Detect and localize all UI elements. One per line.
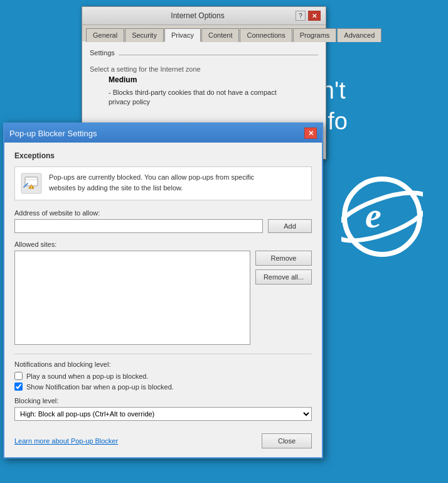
exceptions-info-text: Pop-ups are currently blocked. You can a… <box>49 172 254 195</box>
popup-title-bar: Pop-up Blocker Settings ✕ <box>4 124 322 143</box>
remove-button[interactable]: Remove <box>255 251 312 266</box>
blocking-level-label: Blocking level: <box>14 397 312 404</box>
play-sound-checkbox[interactable] <box>14 372 23 380</box>
address-label: Address of website to allow: <box>14 209 312 217</box>
ie-logo: e <box>341 176 423 258</box>
popup-dialog-content: Exceptions Pop-ups are currently blocked… <box>4 143 322 457</box>
svg-point-0 <box>344 179 420 254</box>
settings-section: Settings <box>90 49 318 60</box>
remove-all-button[interactable]: Remove all... <box>255 269 312 285</box>
blocking-level-section: Blocking level: High: Block all pop-ups … <box>14 397 312 421</box>
allowed-sites-row: Remove Remove all... <box>14 251 312 345</box>
zone-text: Select a setting for the Internet zone <box>90 65 318 73</box>
settings-label: Settings <box>90 49 115 57</box>
ie-title-bar: Internet Options ? ✕ <box>82 7 326 25</box>
add-button[interactable]: Add <box>268 219 312 233</box>
popup-blocker-dialog: Pop-up Blocker Settings ✕ Exceptions <box>3 122 323 459</box>
privacy-desc1: - Blocks third-party cookies that do not… <box>90 88 318 97</box>
address-row: Add <box>14 219 312 233</box>
exceptions-title: Exceptions <box>14 151 312 160</box>
learn-more-link[interactable]: Learn more about Pop-up Blocker <box>14 437 118 445</box>
allowed-sites-listbox[interactable] <box>14 251 250 345</box>
svg-rect-7 <box>31 186 32 188</box>
popup-close-button[interactable]: ✕ <box>304 128 317 139</box>
play-sound-label: Play a sound when a pop-up is blocked. <box>26 372 148 380</box>
show-notification-label: Show Notification bar when a pop-up is b… <box>26 383 174 391</box>
popup-footer: Learn more about Pop-up Blocker Close <box>14 428 312 448</box>
tab-privacy[interactable]: Privacy <box>164 28 201 42</box>
ie-tabs: General Security Privacy Content Connect… <box>82 25 326 41</box>
sites-buttons: Remove Remove all... <box>255 251 312 345</box>
checkbox-row-1: Play a sound when a pop-up is blocked. <box>14 372 312 380</box>
blocking-level-select[interactable]: High: Block all pop-ups (Ctrl+Alt to ove… <box>14 407 312 421</box>
svg-rect-8 <box>31 188 32 188</box>
exceptions-info-box: Pop-ups are currently blocked. You can a… <box>14 166 312 200</box>
tab-programs[interactable]: Programs <box>293 28 337 42</box>
ie-dialog-title: Internet Options <box>100 11 296 20</box>
address-input[interactable] <box>14 219 263 233</box>
privacy-desc2: privacy policy <box>90 97 318 107</box>
show-notification-checkbox[interactable] <box>14 383 23 391</box>
tab-connections[interactable]: Connections <box>240 28 292 42</box>
ie-title-buttons: ? ✕ <box>296 11 321 21</box>
tab-general[interactable]: General <box>86 28 124 42</box>
allowed-sites-label: Allowed sites: <box>14 241 312 248</box>
tab-content[interactable]: Content <box>201 28 240 42</box>
checkbox-row-2: Show Notification bar when a pop-up is b… <box>14 383 312 391</box>
ie-help-button[interactable]: ? <box>296 11 306 21</box>
ie-close-button[interactable]: ✕ <box>308 11 321 21</box>
tab-security[interactable]: Security <box>125 28 164 42</box>
notifications-section: Notifications and blocking level: Play a… <box>14 354 312 391</box>
tab-advanced[interactable]: Advanced <box>337 28 381 42</box>
close-dialog-button[interactable]: Close <box>262 433 312 448</box>
privacy-level: Medium <box>90 75 318 84</box>
warning-icon <box>20 172 43 195</box>
popup-dialog-title: Pop-up Blocker Settings <box>9 129 97 138</box>
notifications-title: Notifications and blocking level: <box>14 361 312 368</box>
svg-text:e: e <box>365 195 381 236</box>
